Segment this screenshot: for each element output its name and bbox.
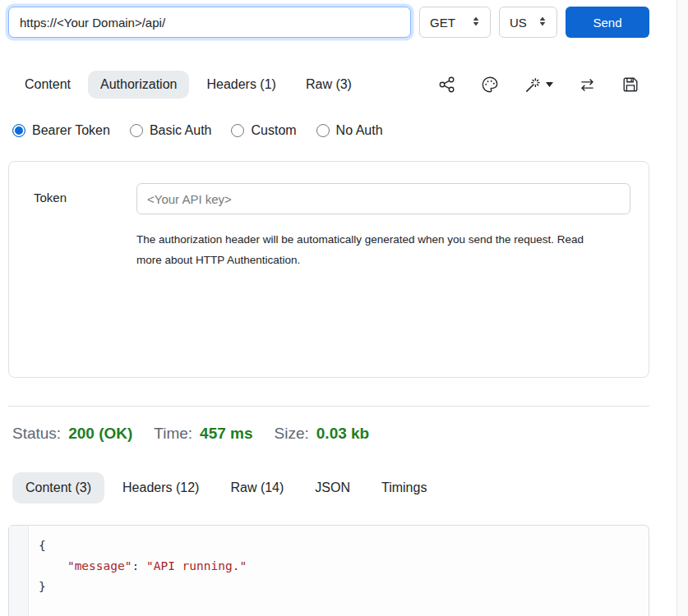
- select-caret-icon: [472, 16, 480, 30]
- response-body-panel: { "message": "API running." }: [8, 525, 649, 616]
- request-toolbar: [438, 76, 649, 94]
- token-help-text: The authorization header will be automat…: [136, 229, 612, 270]
- request-tabs: Content Authorization Headers (1) Raw (3…: [8, 71, 649, 99]
- share-icon[interactable]: [438, 76, 456, 94]
- auth-option-label: Bearer Token: [32, 123, 110, 138]
- auth-option-basic-auth[interactable]: Basic Auth: [130, 123, 212, 138]
- auth-option-label: Basic Auth: [150, 123, 212, 138]
- scrollbar-track[interactable]: [676, 0, 688, 616]
- section-divider: [8, 406, 649, 407]
- status-label: Status:: [12, 425, 61, 443]
- tab-response-raw[interactable]: Raw (14): [217, 472, 297, 503]
- size-group: Size: 0.03 kb: [275, 425, 370, 443]
- send-button[interactable]: Send: [566, 7, 649, 38]
- json-line: "message": "API running.": [39, 556, 247, 577]
- token-panel: Token The authorization header will be a…: [8, 161, 649, 378]
- url-input[interactable]: [8, 7, 411, 38]
- json-value: "API running.": [146, 559, 247, 572]
- url-bar: GET US Send: [8, 7, 649, 38]
- tab-response-content[interactable]: Content (3): [12, 472, 104, 503]
- method-select-value: GET: [430, 16, 455, 30]
- swap-arrows-icon[interactable]: [578, 76, 597, 94]
- auth-type-group: Bearer Token Basic Auth Custom No Auth: [8, 123, 649, 138]
- json-separator: :: [132, 559, 145, 572]
- select-caret-icon: [538, 16, 547, 30]
- token-input[interactable]: [136, 183, 630, 214]
- radio-custom[interactable]: [231, 124, 244, 137]
- status-value: 200 (OK): [68, 425, 132, 443]
- time-value: 457 ms: [200, 425, 252, 443]
- json-line: }: [39, 577, 247, 597]
- status-group: Status: 200 (OK): [12, 425, 132, 443]
- auth-option-bearer-token[interactable]: Bearer Token: [12, 123, 110, 138]
- method-select[interactable]: GET: [419, 7, 491, 38]
- auth-option-label: Custom: [251, 123, 296, 138]
- response-summary: Status: 200 (OK) Time: 457 ms Size: 0.03…: [8, 425, 649, 443]
- auth-option-custom[interactable]: Custom: [231, 123, 296, 138]
- time-group: Time: 457 ms: [154, 425, 252, 443]
- radio-basic-auth[interactable]: [130, 124, 143, 137]
- save-icon[interactable]: [621, 76, 640, 94]
- tab-response-timings[interactable]: Timings: [368, 472, 440, 503]
- response-tabs: Content (3) Headers (12) Raw (14) JSON T…: [8, 472, 649, 503]
- size-value: 0.03 kb: [316, 425, 369, 443]
- tab-response-json[interactable]: JSON: [302, 472, 363, 503]
- json-line: {: [39, 536, 247, 556]
- tab-headers[interactable]: Headers (1): [194, 71, 288, 99]
- tab-authorization[interactable]: Authorization: [88, 71, 189, 99]
- auth-option-label: No Auth: [336, 123, 383, 138]
- code-gutter: [9, 526, 29, 616]
- radio-bearer-token[interactable]: [12, 124, 25, 137]
- json-key: "message": [67, 559, 132, 572]
- palette-icon[interactable]: [481, 76, 499, 94]
- tab-content[interactable]: Content: [12, 71, 83, 99]
- response-json[interactable]: { "message": "API running." }: [29, 526, 247, 616]
- token-label: Token: [34, 183, 136, 214]
- api-tester-page: GET US Send Content Authorization Header…: [8, 7, 649, 616]
- magic-wand-dropdown-icon[interactable]: [524, 76, 553, 94]
- radio-no-auth[interactable]: [316, 124, 330, 137]
- time-label: Time:: [154, 425, 192, 443]
- auth-option-no-auth[interactable]: No Auth: [316, 123, 383, 138]
- chevron-down-icon: [546, 82, 553, 87]
- region-select-value: US: [510, 16, 527, 30]
- region-select[interactable]: US: [499, 7, 557, 38]
- size-label: Size:: [275, 425, 309, 443]
- tab-response-headers[interactable]: Headers (12): [109, 472, 212, 503]
- tab-raw[interactable]: Raw (3): [293, 71, 364, 99]
